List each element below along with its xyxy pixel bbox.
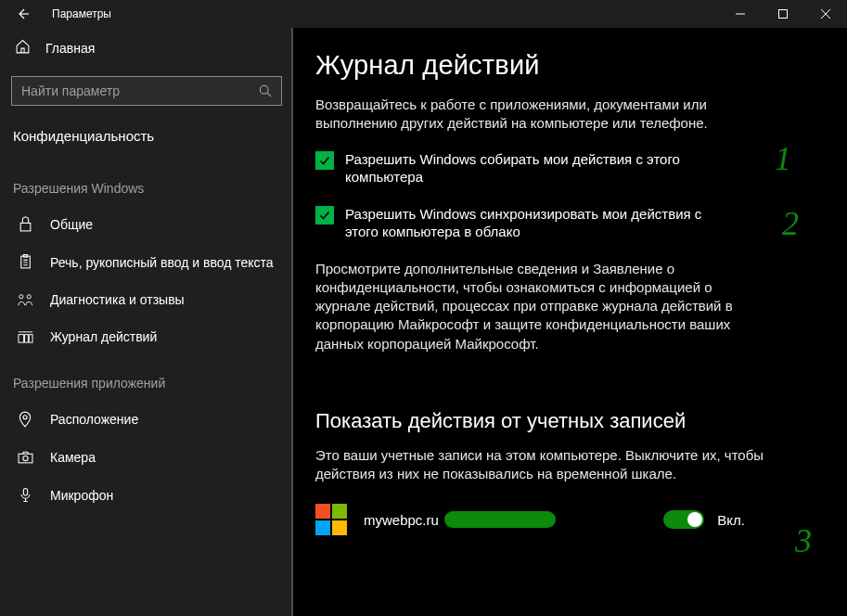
sidebar-category: Конфиденциальность (0, 119, 293, 160)
search-icon (259, 84, 272, 97)
maximize-icon (778, 9, 788, 19)
sidebar-item-label: Расположение (50, 412, 138, 427)
sidebar: Главная Конфиденциальность Разрешения Wi… (0, 28, 293, 616)
checkbox-sync-label: Разрешить Windows синхронизировать мои д… (345, 205, 707, 241)
svg-point-1 (260, 85, 268, 94)
sidebar-item-location[interactable]: Расположение (0, 400, 293, 439)
svg-rect-8 (24, 334, 28, 342)
sidebar-group-apps: Разрешения приложений (0, 355, 293, 400)
sidebar-group-windows: Разрешения Windows (0, 160, 293, 205)
minimize-button[interactable] (719, 0, 762, 28)
sidebar-item-microphone[interactable]: Микрофон (0, 476, 293, 515)
search-input[interactable] (21, 83, 259, 98)
check-icon (318, 154, 331, 167)
sidebar-item-label: Общие (50, 217, 93, 232)
sidebar-home[interactable]: Главная (0, 28, 293, 69)
home-icon (15, 39, 31, 58)
clipboard-icon (17, 254, 33, 270)
account-toggle-label: Вкл. (717, 512, 745, 528)
sidebar-item-label: Диагностика и отзывы (50, 292, 185, 307)
sidebar-item-diagnostics[interactable]: Диагностика и отзывы (0, 281, 293, 318)
close-button[interactable] (804, 0, 847, 28)
search-box[interactable] (11, 76, 282, 106)
sidebar-item-label: Журнал действий (50, 329, 157, 344)
sidebar-item-activity-history[interactable]: Журнал действий (0, 318, 293, 355)
checkbox-collect[interactable] (315, 151, 334, 170)
checkbox-sync[interactable] (315, 206, 334, 225)
sidebar-item-label: Речь, рукописный ввод и ввод текста (50, 255, 274, 270)
sidebar-item-label: Камера (50, 450, 96, 465)
content-area: Журнал действий Возвращайтесь к работе с… (293, 28, 847, 616)
svg-point-12 (22, 456, 27, 460)
sidebar-item-camera[interactable]: Камера (0, 439, 293, 476)
checkbox-sync-row: Разрешить Windows синхронизировать мои д… (315, 205, 810, 241)
account-name: mywebpc.ru (364, 512, 439, 528)
accounts-section-title: Показать действия от учетных записей (315, 409, 810, 433)
titlebar: Параметры (0, 0, 847, 28)
sidebar-item-general[interactable]: Общие (0, 205, 293, 243)
account-email-redacted (444, 511, 556, 528)
svg-rect-0 (779, 10, 788, 19)
accounts-section-desc: Это ваши учетные записи на этом компьюте… (315, 446, 789, 484)
page-title: Журнал действий (315, 50, 810, 81)
sidebar-home-label: Главная (45, 41, 95, 56)
microphone-icon (17, 487, 33, 504)
feedback-icon (17, 293, 33, 307)
arrow-left-icon (15, 6, 30, 21)
svg-rect-13 (23, 488, 27, 495)
check-icon (318, 209, 331, 222)
camera-icon (17, 451, 33, 464)
account-row: mywebpc.ru Вкл. (315, 504, 810, 535)
location-icon (17, 411, 33, 428)
svg-rect-7 (18, 334, 23, 342)
svg-rect-2 (20, 223, 31, 231)
svg-point-6 (27, 294, 31, 298)
sidebar-item-speech[interactable]: Речь, рукописный ввод и ввод текста (0, 243, 293, 281)
window-title: Параметры (45, 7, 111, 20)
svg-rect-11 (19, 454, 32, 463)
microsoft-logo-icon (315, 504, 347, 535)
svg-point-10 (23, 416, 27, 419)
sidebar-item-label: Микрофон (50, 488, 113, 503)
back-button[interactable] (0, 0, 45, 28)
minimize-icon (736, 9, 745, 19)
page-lead: Возвращайтесь к работе с приложениями, д… (315, 96, 789, 134)
lock-icon (17, 216, 33, 232)
checkbox-collect-row: Разрешить Windows собирать мои действия … (315, 150, 810, 186)
checkbox-collect-label: Разрешить Windows собирать мои действия … (345, 150, 707, 186)
close-icon (821, 9, 830, 19)
maximize-button[interactable] (762, 0, 804, 28)
activity-icon (17, 330, 33, 344)
account-toggle[interactable] (663, 510, 704, 529)
info-paragraph: Просмотрите дополнительные сведения и За… (315, 260, 770, 353)
svg-point-5 (19, 294, 22, 298)
svg-rect-9 (29, 334, 32, 342)
